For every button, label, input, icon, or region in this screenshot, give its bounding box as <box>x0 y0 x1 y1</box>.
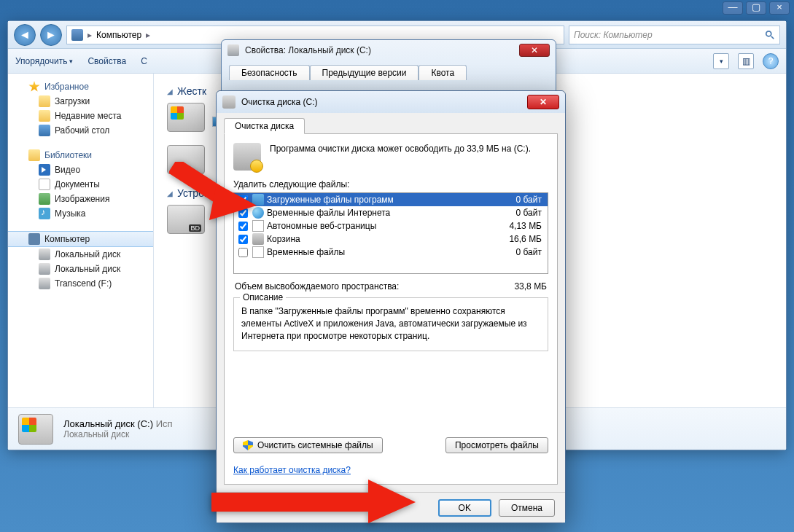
sidebar-item-pictures[interactable]: Изображения <box>8 192 153 206</box>
properties-dialog: Свойства: Локальный диск (C:) ✕ Безопасн… <box>221 39 556 96</box>
svg-rect-3 <box>211 493 372 512</box>
file-size: 4,13 МБ <box>509 221 545 231</box>
folder-icon <box>39 110 50 122</box>
description-legend: Описание <box>240 292 286 302</box>
sidebar-item-computer[interactable]: Компьютер <box>8 231 153 247</box>
file-size: 16,6 МБ <box>509 234 545 244</box>
shield-icon <box>243 440 253 450</box>
svg-point-0 <box>766 31 771 36</box>
details-title: Локальный диск (C:) Исп <box>63 418 173 429</box>
file-name: Автономные веб-страницы <box>267 221 376 231</box>
view-options-button[interactable]: ▾ <box>713 53 729 69</box>
reclaim-label: Объем высвобождаемого пространства: <box>235 281 399 292</box>
file-list-item[interactable]: Загруженные файлы программ0 байт <box>234 193 548 206</box>
sidebar-item-local-disk[interactable]: Локальный диск <box>8 247 153 262</box>
properties-tabs: Безопасность Предыдущие версии Квота <box>222 60 556 80</box>
file-checkbox[interactable] <box>238 248 248 257</box>
file-name: Временные файлы Интернета <box>267 208 390 218</box>
favorites-section[interactable]: Избранное <box>8 79 153 94</box>
sidebar-item-videos[interactable]: Видео <box>8 163 153 177</box>
help-button[interactable]: ? <box>763 53 779 69</box>
files-to-delete-list[interactable]: Загруженные файлы программ0 байтВременны… <box>233 192 548 274</box>
search-icon <box>765 30 775 40</box>
libraries-section[interactable]: Библиотеки <box>8 148 153 163</box>
cleanup-info-text: Программа очистки диска может освободить… <box>270 143 531 171</box>
navigation-pane: Избранное Загрузки Недавние места Рабочи… <box>8 74 154 407</box>
maximize-button[interactable]: ▢ <box>746 1 766 15</box>
collapse-icon: ◢ <box>167 87 173 95</box>
tab-security[interactable]: Безопасность <box>229 65 310 80</box>
tab-quota[interactable]: Квота <box>419 65 467 80</box>
details-subtitle: Локальный диск <box>63 429 173 439</box>
search-input[interactable]: Поиск: Компьютер <box>569 26 780 44</box>
file-list-item[interactable]: Автономные веб-страницы4,13 МБ <box>234 219 548 232</box>
preview-pane-button[interactable]: ▥ <box>738 53 754 69</box>
svg-line-1 <box>771 36 774 39</box>
star-icon <box>28 81 40 93</box>
disk-icon <box>227 44 239 56</box>
cleanup-panel: Программа очистки диска может освободить… <box>224 133 558 485</box>
sidebar-item-downloads[interactable]: Загрузки <box>8 94 153 109</box>
close-button[interactable]: ✕ <box>519 44 550 57</box>
tab-previous-versions[interactable]: Предыдущие версии <box>310 65 419 80</box>
annotation-arrow <box>169 162 257 220</box>
sidebar-item-documents[interactable]: Документы <box>8 177 153 192</box>
forward-button[interactable]: ► <box>40 24 62 46</box>
view-files-button[interactable]: Просмотреть файлы <box>445 437 548 453</box>
file-checkbox[interactable] <box>238 235 248 244</box>
description-group: Описание В папке "Загруженные файлы прог… <box>233 297 548 351</box>
file-size: 0 байт <box>516 195 545 205</box>
tab-cleanup[interactable]: Очистка диска <box>224 118 305 134</box>
cleanup-icon <box>222 95 236 109</box>
description-text: В папке "Загруженные файлы программ" вре… <box>241 305 540 342</box>
disk-icon <box>39 249 50 260</box>
search-placeholder: Поиск: Компьютер <box>574 30 653 40</box>
properties-titlebar: Свойства: Локальный диск (C:) ✕ <box>222 40 556 60</box>
properties-button[interactable]: Свойства <box>87 56 126 66</box>
ok-button[interactable]: OK <box>438 499 491 517</box>
breadcrumb[interactable]: Компьютер <box>96 30 141 40</box>
cancel-button[interactable]: Отмена <box>499 499 555 517</box>
sidebar-item-desktop[interactable]: Рабочий стол <box>8 123 153 138</box>
cleanup-tabstrip: Очистка диска <box>217 113 565 133</box>
computer-icon <box>71 29 83 41</box>
close-button[interactable]: × <box>769 1 790 15</box>
sidebar-item-local-disk[interactable]: Локальный диск <box>8 262 153 276</box>
sidebar-item-transcend[interactable]: Transcend (F:) <box>8 276 153 291</box>
file-name: Временные файлы <box>267 247 345 257</box>
disk-cleanup-dialog: Очистка диска (C:) ✕ Очистка диска Прогр… <box>216 90 566 523</box>
svg-marker-2 <box>209 184 257 220</box>
folder-icon <box>39 95 50 107</box>
file-list-item[interactable]: Корзина16,6 МБ <box>234 232 548 246</box>
sidebar-item-music[interactable]: Музыка <box>8 206 153 221</box>
file-type-icon <box>252 246 264 258</box>
drive-icon <box>18 414 53 445</box>
file-name: Корзина <box>267 234 300 244</box>
minimize-button[interactable]: — <box>723 1 743 15</box>
disk-icon <box>39 263 50 275</box>
document-icon <box>39 179 50 190</box>
system-properties-button[interactable]: С <box>141 56 147 66</box>
organize-menu[interactable]: Упорядочить▾ <box>15 56 73 66</box>
file-list-label: Удалить следующие файлы: <box>233 179 548 189</box>
file-type-icon <box>252 220 264 232</box>
clean-system-files-button[interactable]: Очистить системные файлы <box>233 437 383 453</box>
file-type-icon <box>252 233 264 245</box>
how-it-works-link[interactable]: Как работает очистка диска? <box>233 465 351 475</box>
file-list-item[interactable]: Временные файлы0 байт <box>234 246 548 259</box>
computer-icon <box>28 233 40 245</box>
file-size: 0 байт <box>516 208 545 218</box>
file-list-item[interactable]: Временные файлы Интернета0 байт <box>234 206 548 219</box>
back-button[interactable]: ◄ <box>14 24 36 46</box>
file-checkbox[interactable] <box>238 222 248 231</box>
annotation-arrow <box>211 480 416 523</box>
window-titlebar: — ▢ × <box>0 0 794 16</box>
drive-icon <box>167 103 205 132</box>
close-button[interactable]: ✕ <box>527 95 559 109</box>
cleanup-title-text: Очистка диска (C:) <box>241 97 318 107</box>
desktop-icon <box>39 125 50 136</box>
svg-marker-4 <box>368 480 416 523</box>
sidebar-item-recent[interactable]: Недавние места <box>8 109 153 123</box>
disk-icon <box>39 278 50 289</box>
video-icon <box>39 164 50 176</box>
